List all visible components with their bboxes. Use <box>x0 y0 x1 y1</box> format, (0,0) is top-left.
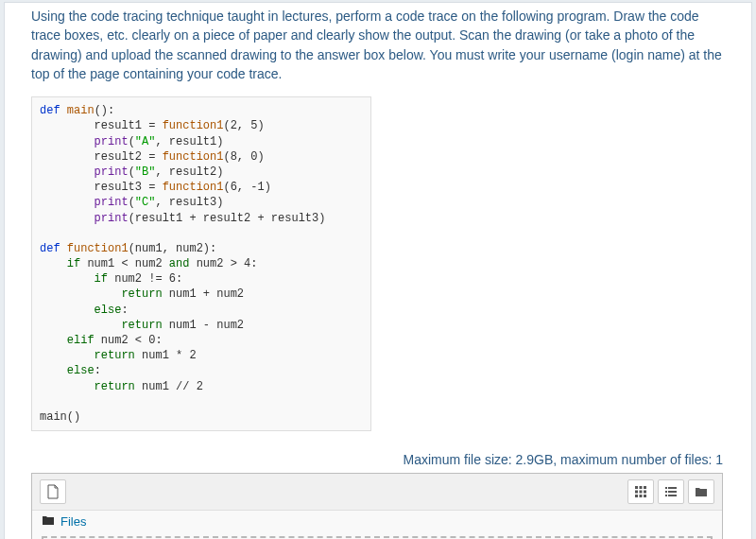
svg-rect-8 <box>644 495 646 497</box>
svg-rect-2 <box>644 486 646 489</box>
upload-limits: Maximum file size: 2.9GB, maximum number… <box>5 431 751 473</box>
grid-icon <box>634 485 647 498</box>
svg-rect-0 <box>635 486 638 489</box>
svg-rect-11 <box>665 491 667 493</box>
svg-rect-9 <box>665 487 667 489</box>
view-grid-button[interactable] <box>627 479 654 504</box>
add-file-button[interactable] <box>40 479 66 504</box>
fn-main: main <box>67 104 94 117</box>
svg-rect-13 <box>665 495 667 496</box>
svg-rect-14 <box>668 495 677 496</box>
folder-icon <box>695 486 708 497</box>
view-list-button[interactable] <box>658 479 684 504</box>
svg-rect-5 <box>644 491 646 494</box>
kw-def: def <box>40 104 60 117</box>
file-icon <box>46 484 60 499</box>
list-icon <box>664 485 678 498</box>
view-tree-button[interactable] <box>688 479 714 504</box>
breadcrumb: Files <box>32 511 722 534</box>
upload-toolbar <box>32 474 722 511</box>
svg-rect-1 <box>640 486 643 489</box>
svg-rect-4 <box>640 491 643 494</box>
svg-rect-6 <box>635 495 638 497</box>
svg-rect-12 <box>668 491 677 493</box>
svg-rect-7 <box>640 495 643 497</box>
code-snippet: def main(): result1 = function1(2, 5) pr… <box>31 96 371 431</box>
breadcrumb-files-link[interactable]: Files <box>60 514 86 529</box>
question-instructions: Using the code tracing technique taught … <box>5 3 751 91</box>
svg-rect-10 <box>668 487 677 489</box>
file-upload-panel: Files <box>31 473 723 539</box>
svg-rect-3 <box>635 491 638 494</box>
folder-icon <box>42 514 55 529</box>
